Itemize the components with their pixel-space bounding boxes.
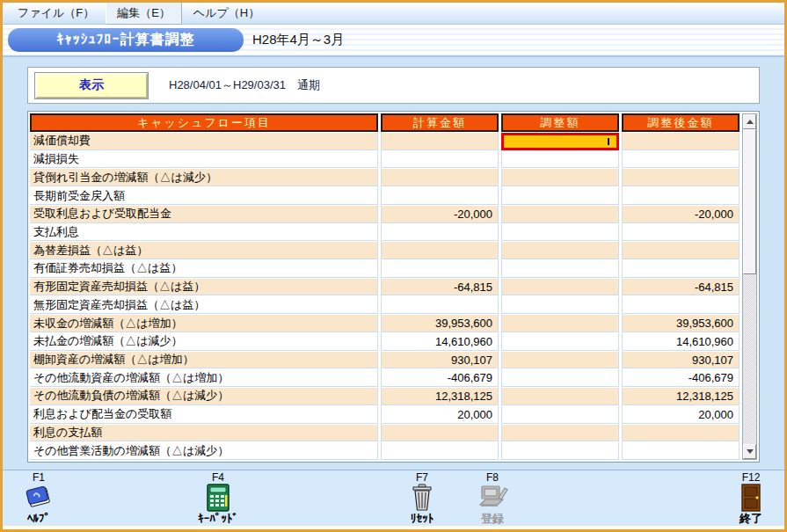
row-adjusted-amount [622,187,740,205]
fkey-f1-label: ﾍﾙﾌﾟ [27,513,50,525]
row-item-label: 有形固定資産売却損益（△は益） [30,279,378,296]
menu-help[interactable]: ヘルプ（H） [182,2,271,25]
fkey-f4-keypad[interactable]: F4 ｷｰﾊﾟｯﾄﾞ [189,472,247,525]
help-book-icon [24,484,54,512]
row-item-label: 為替差損益（△は益） [30,242,378,259]
menu-bar: ファイル（F） 編集（E） ヘルプ（H） [3,3,784,25]
row-adjustment-cell[interactable] [501,352,619,369]
row-calculated-amount [381,242,499,259]
row-item-label: 減損損失 [30,151,378,169]
row-adjustment-cell[interactable] [501,206,619,223]
fkey-f8-register: F8 登録 [463,472,521,525]
row-calculated-amount: -406,679 [381,369,499,387]
fkey-f7-key-label: F7 [416,472,428,484]
row-adjusted-amount: -64,815 [622,279,740,296]
row-calculated-amount [381,425,499,442]
row-adjustment-cell[interactable] [501,169,619,186]
row-calculated-amount: 39,953,600 [381,315,499,332]
row-adjustment-cell[interactable] [501,279,619,296]
row-adjusted-amount [622,133,740,150]
row-adjusted-amount [622,296,740,314]
selected-adjustment-input[interactable] [501,133,619,150]
row-adjustment-cell[interactable] [501,406,619,424]
fkey-f7-reset[interactable]: F7 ﾘｾｯﾄ [393,472,451,525]
row-item-label: その他営業活動の増減額（△は減少） [30,442,378,460]
row-adjusted-amount [622,442,740,460]
scroll-down-button[interactable] [743,444,756,459]
arrow-down-icon [747,449,754,454]
row-item-label: 棚卸資産の増減額（△は増加） [30,352,378,369]
row-adjustment-cell[interactable] [501,151,619,169]
column-header-adjustment: 調整額 [501,113,619,132]
row-adjusted-amount: 20,000 [622,406,740,424]
row-adjustment-cell[interactable] [501,315,619,332]
bottom-strip [3,526,784,529]
menu-file[interactable]: ファイル（F） [6,2,106,25]
register-icon [475,484,510,512]
row-adjustment-cell[interactable] [501,388,619,405]
fkey-f7-label: ﾘｾｯﾄ [411,513,434,525]
fkey-f1-key-label: F1 [33,472,45,484]
row-calculated-amount [381,224,499,242]
column-header-adjusted: 調整後金額 [622,113,740,132]
column-header-calculated: 計算金額 [381,113,499,132]
row-adjusted-amount [622,242,740,259]
fkey-f1-help[interactable]: F1 ﾍﾙﾌﾟ [10,472,68,525]
row-adjusted-amount [622,169,740,186]
row-item-label: 利息および配当金の受取額 [30,406,378,424]
content-area: 表示 H28/04/01～H29/03/31 通期 キャッシュフロー項目 計算金… [3,57,784,464]
row-adjustment-cell[interactable] [501,442,619,460]
row-calculated-amount: 14,610,960 [381,333,499,351]
fkey-f8-key-label: F8 [486,472,499,484]
row-adjusted-amount: 39,953,600 [622,315,740,332]
row-adjustment-cell[interactable] [501,260,619,278]
menu-edit[interactable]: 編集（E） [106,2,182,25]
row-adjustment-cell[interactable] [501,187,619,205]
fkey-f4-label: ｷｰﾊﾟｯﾄﾞ [198,513,238,525]
app-window: ファイル（F） 編集（E） ヘルプ（H） ｷｬｯｼｭﾌﾛｰ計算書調整 H28年4… [0,0,787,532]
row-adjustment-cell[interactable] [501,333,619,351]
row-adjusted-amount: -20,000 [622,206,740,223]
row-item-label: その他流動負債の増減額（△は減少） [30,388,378,405]
row-calculated-amount: -64,815 [381,279,499,296]
fiscal-period-label: H28年4月～3月 [252,32,344,48]
row-calculated-amount [381,133,499,150]
row-adjusted-amount [622,425,740,442]
row-adjustment-cell[interactable] [501,425,619,442]
display-button[interactable]: 表示 [35,73,148,98]
row-calculated-amount [381,296,499,314]
row-calculated-amount [381,187,499,205]
display-panel: 表示 H28/04/01～H29/03/31 通期 [27,67,760,104]
trash-icon [411,484,434,512]
row-adjustment-cell[interactable] [501,369,619,387]
row-item-label: 長期前受金戻入額 [30,187,378,205]
cashflow-table-panel: キャッシュフロー項目 計算金額 調整額 調整後金額 [27,111,760,463]
row-adjustment-cell[interactable] [501,296,619,314]
page-title: ｷｬｯｼｭﾌﾛｰ計算書調整 [8,28,244,52]
row-adjusted-amount: 14,610,960 [622,333,740,351]
row-item-label: 未払金の増減額（△は減少） [30,333,378,351]
fkey-f12-label: 終了 [740,513,762,525]
fkey-f12-exit[interactable]: F12 終了 [722,472,780,525]
row-item-label: 減価償却費 [30,133,378,150]
cashflow-table: キャッシュフロー項目 計算金額 調整額 調整後金額 [30,113,757,460]
row-calculated-amount [381,442,499,460]
row-calculated-amount: -20,000 [381,206,499,223]
row-adjustment-cell[interactable] [501,242,619,259]
scroll-up-button[interactable] [743,114,756,129]
vertical-scrollbar[interactable] [742,113,757,460]
row-adjusted-amount [622,224,740,242]
row-item-label: 支払利息 [30,224,378,242]
date-range-label: H28/04/01～H29/03/31 通期 [169,77,320,93]
row-calculated-amount: 20,000 [381,406,499,424]
row-adjustment-cell[interactable] [501,224,619,242]
row-item-label: 未収金の増減額（△は増加） [30,315,378,332]
function-key-bar: F1 ﾍﾙﾌﾟ F4 [3,470,784,526]
scrollbar-thumb[interactable] [743,129,756,274]
fkey-f4-key-label: F4 [212,472,224,484]
row-calculated-amount: 12,318,125 [381,388,499,405]
row-item-label: その他流動資産の増減額（△は増加） [30,369,378,387]
arrow-up-icon [747,120,754,124]
scrollbar-track[interactable] [743,129,756,444]
row-item-label: 有価証券売却損益（△は益） [30,260,378,278]
